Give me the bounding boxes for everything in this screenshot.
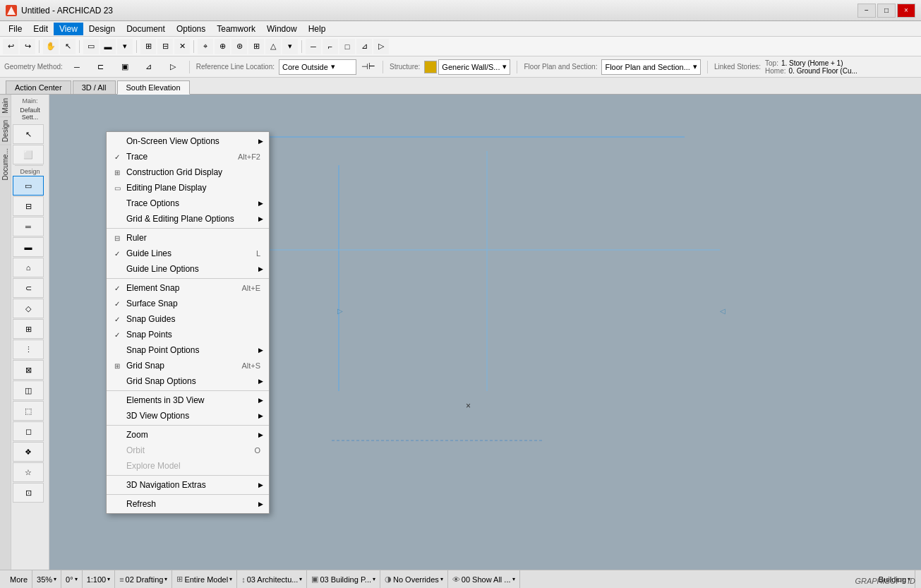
menu-item-snap-guides[interactable]: ✓Snap Guides [107, 311, 269, 327]
layer-item[interactable]: ≡ 02 Drafting ▾ [115, 570, 172, 588]
menu-help[interactable]: Help [303, 23, 332, 35]
shell-tool[interactable]: ⊂ [13, 278, 44, 298]
geom4-btn[interactable]: ⊿ [356, 39, 372, 54]
menu-item-on-screen-view-options[interactable]: On-Screen View Options▶ [107, 133, 269, 149]
zone-tool[interactable]: ⊡ [13, 483, 44, 503]
menu-item-guide-lines[interactable]: ✓Guide LinesL [107, 246, 269, 261]
tab-3d[interactable]: 3D / All [73, 80, 116, 94]
rectangle-btn[interactable]: ▭ [83, 39, 99, 54]
elements-in-3d-arrow: ▶ [258, 397, 263, 404]
geom-btn4[interactable]: ⊿ [139, 59, 159, 75]
menu-item-3d-navigation-extras[interactable]: 3D Navigation Extras▶ [107, 477, 269, 493]
geom-btn5[interactable]: ▷ [163, 59, 183, 75]
structure-dropdown[interactable]: Generic Wall/S... ▾ [438, 59, 510, 75]
geom3-btn[interactable]: □ [339, 39, 355, 54]
menu-design[interactable]: Design [83, 23, 121, 35]
wall-tool[interactable]: ▭ [13, 176, 44, 196]
menu-item-grid-snap[interactable]: ⊞Grid SnapAlt+S [107, 358, 269, 373]
doc-panel-label[interactable]: Docume... [0, 145, 11, 184]
select-btn[interactable]: ↖ [60, 39, 76, 54]
maximize-button[interactable]: □ [877, 4, 896, 18]
roof-tool[interactable]: ⌂ [13, 258, 44, 277]
menu-item-editing-plane-display[interactable]: ▭Editing Plane Display [107, 180, 269, 196]
menu-item-snap-point-options[interactable]: Snap Point Options▶ [107, 342, 269, 358]
rotate-btn[interactable]: ✕ [174, 39, 190, 54]
show-all-item[interactable]: 👁 00 Show All ... ▾ [448, 570, 520, 588]
close-button[interactable]: × [897, 4, 915, 18]
story1-item[interactable]: ↕ 03 Architectu... ▾ [237, 570, 307, 588]
menu-item-snap-points[interactable]: ✓Snap Points [107, 327, 269, 342]
undo-btn[interactable]: ↩ [3, 39, 18, 54]
menu-item-zoom[interactable]: Zoom▶ [107, 427, 269, 443]
menu-teamwork[interactable]: Teamwork [211, 23, 261, 35]
lamp-tool[interactable]: ☆ [13, 462, 44, 482]
elements-in-3d-label: Elements in 3D View [126, 395, 250, 405]
geom-btn3[interactable]: ▣ [115, 59, 135, 75]
menu-item-trace-options[interactable]: Trace Options▶ [107, 196, 269, 211]
menu-item-element-snap[interactable]: ✓Element SnapAlt+E [107, 280, 269, 296]
menu-edit[interactable]: Edit [28, 23, 54, 35]
stair-tool[interactable]: ⊞ [13, 319, 44, 339]
angle-item[interactable]: 0° ▾ [61, 570, 83, 588]
geom5-btn[interactable]: ▷ [373, 39, 389, 54]
snap6-btn[interactable]: ▾ [282, 39, 298, 54]
menu-item-guide-line-options[interactable]: Guide Line Options▶ [107, 261, 269, 277]
ref-line-toggle[interactable]: ⊣⊢ [361, 59, 376, 75]
geom1-btn[interactable]: ─ [306, 39, 321, 54]
slab-tool[interactable]: ▬ [13, 237, 44, 257]
snap5-btn[interactable]: △ [265, 39, 281, 54]
pan-btn[interactable]: ✋ [43, 39, 59, 54]
geom2-btn[interactable]: ⌐ [323, 39, 338, 54]
object-tool[interactable]: ❖ [13, 442, 44, 462]
arrow-tool[interactable]: ↖ [13, 124, 44, 144]
geom-btn1[interactable]: ─ [67, 59, 87, 75]
menu-file[interactable]: File [3, 23, 28, 35]
menu-item-grid-editing-plane-options[interactable]: Grid & Editing Plane Options▶ [107, 211, 269, 227]
arrow-right[interactable]: ▾ [117, 39, 133, 54]
menu-item-ruler[interactable]: ⊟Ruler [107, 230, 269, 246]
menu-item-trace[interactable]: ✓TraceAlt+F2 [107, 149, 269, 164]
morph-tool[interactable]: ◇ [13, 299, 44, 318]
rectangle2-btn[interactable]: ▬ [100, 39, 116, 54]
menu-window[interactable]: Window [261, 23, 303, 35]
menu-document[interactable]: Document [121, 23, 171, 35]
snap3-btn[interactable]: ⊛ [231, 39, 247, 54]
window-tool[interactable]: ⬚ [13, 401, 44, 421]
redo-btn[interactable]: ↪ [20, 39, 35, 54]
snap4-btn[interactable]: ⊞ [248, 39, 264, 54]
overrides-item[interactable]: ◑ No Overrides ▾ [380, 570, 448, 588]
scale-item[interactable]: 1:100 ▾ [83, 570, 116, 588]
menu-options[interactable]: Options [171, 23, 211, 35]
geom-btn2[interactable]: ⊏ [91, 59, 111, 75]
resize-btn[interactable]: ⊟ [157, 39, 173, 54]
story2-item[interactable]: ▣ 03 Building P... ▾ [307, 570, 380, 588]
skylight-tool[interactable]: ◻ [13, 421, 44, 441]
ref-line-dropdown[interactable]: Core Outside ▾ [279, 59, 356, 75]
move-btn[interactable]: ⊞ [140, 39, 156, 54]
more-btn[interactable]: More [6, 570, 32, 588]
floor-plan-dropdown[interactable]: Floor Plan and Section... ▾ [601, 59, 700, 75]
model-item[interactable]: ⊞ Entire Model ▾ [172, 570, 237, 588]
menu-view[interactable]: View [54, 23, 83, 35]
railing-tool[interactable]: ⋮ [13, 340, 44, 359]
zoom-item[interactable]: 35% ▾ [32, 570, 61, 588]
tab-action-center[interactable]: Action Center [6, 80, 71, 94]
door-tool[interactable]: ◫ [13, 380, 44, 400]
menu-item-elements-in-3d[interactable]: Elements in 3D View▶ [107, 392, 269, 408]
beam-tool[interactable]: ═ [13, 217, 44, 236]
menu-item-3d-view-options[interactable]: 3D View Options▶ [107, 408, 269, 424]
minimize-button[interactable]: − [857, 4, 876, 18]
column-tool[interactable]: ⊟ [13, 196, 44, 216]
menu-item-grid-snap-options[interactable]: Grid Snap Options▶ [107, 373, 269, 389]
marquee-tool[interactable]: ⬜ [13, 145, 44, 164]
design-panel-label[interactable]: Design [0, 116, 11, 145]
menu-item-surface-snap[interactable]: ✓Surface Snap [107, 296, 269, 311]
curtain-wall-tool[interactable]: ⊠ [13, 360, 44, 380]
main-panel-label[interactable]: Main [0, 95, 11, 116]
tab-south-elevation[interactable]: South Elevation [117, 80, 190, 95]
snap1-btn[interactable]: ⌖ [198, 39, 213, 54]
snap2-btn[interactable]: ⊕ [215, 39, 230, 54]
tab-bar: Action Center 3D / All South Elevation [0, 78, 921, 95]
menu-item-construction-grid-display[interactable]: ⊞Construction Grid Display [107, 164, 269, 180]
menu-item-refresh[interactable]: Refresh▶ [107, 496, 269, 512]
